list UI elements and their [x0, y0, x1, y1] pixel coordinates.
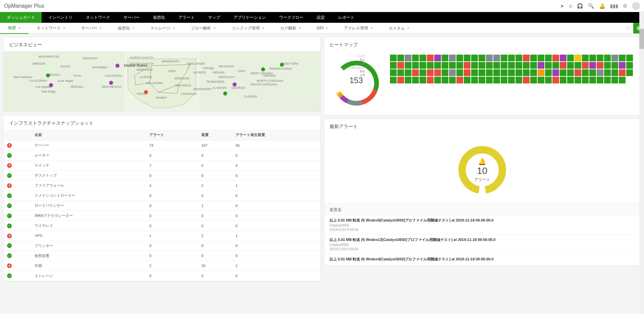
heat-cell[interactable] — [538, 77, 544, 83]
heat-cell[interactable] — [501, 69, 507, 76]
page-scrollbar[interactable] — [639, 12, 644, 285]
heat-cell[interactable] — [589, 62, 596, 69]
heat-cell[interactable] — [523, 77, 530, 83]
heat-cell[interactable] — [589, 55, 596, 61]
nav-primary-item[interactable]: 仮想化 — [146, 12, 172, 23]
table-row[interactable]: ✓ 仮想装置0 00 — [4, 251, 320, 261]
heat-cell[interactable] — [515, 69, 522, 76]
heat-cell[interactable] — [464, 69, 470, 76]
heat-cell[interactable] — [501, 55, 507, 61]
table-row[interactable]: ✕ ファイアウォール4 21 — [4, 181, 320, 191]
heat-cell[interactable] — [479, 77, 485, 83]
heat-cell[interactable] — [449, 69, 456, 76]
heat-cell[interactable] — [412, 69, 419, 76]
heat-cell[interactable] — [464, 55, 470, 61]
rocket-icon[interactable]: ➤ — [560, 3, 564, 9]
heat-cell[interactable] — [397, 62, 404, 69]
nav-secondary-tab[interactable]: 概要▾ — [0, 22, 29, 34]
heat-cell[interactable] — [619, 62, 626, 69]
heat-cell[interactable] — [567, 77, 574, 83]
heat-cell[interactable] — [412, 77, 419, 83]
battery-icon[interactable]: ▮▮▮ — [610, 3, 618, 9]
heat-cell[interactable] — [575, 69, 581, 76]
heat-cell[interactable] — [538, 55, 544, 61]
heat-cell[interactable] — [390, 62, 397, 69]
heat-cell[interactable] — [390, 55, 397, 61]
heat-cell[interactable] — [471, 69, 478, 76]
heat-cell[interactable] — [597, 55, 603, 61]
heat-cell[interactable] — [589, 77, 596, 83]
heat-cell[interactable] — [611, 77, 618, 83]
map-node[interactable] — [115, 64, 119, 68]
heat-cell[interactable] — [442, 55, 448, 61]
heat-cell[interactable] — [397, 77, 404, 83]
heat-cell[interactable] — [464, 77, 470, 83]
heat-cell[interactable] — [419, 69, 426, 76]
heat-cell[interactable] — [456, 55, 463, 61]
heat-cell[interactable] — [508, 77, 515, 83]
heat-cell[interactable] — [412, 62, 419, 69]
heat-cell[interactable] — [597, 69, 603, 76]
table-row[interactable]: ✓ ストレージ0 00 — [4, 271, 320, 281]
heat-cell[interactable] — [486, 69, 493, 76]
heat-cell[interactable] — [589, 69, 596, 76]
heat-cell[interactable] — [575, 77, 581, 83]
heat-cell[interactable] — [493, 77, 500, 83]
nav-primary-item[interactable]: サーバー — [117, 12, 146, 23]
heat-cell[interactable] — [604, 62, 611, 69]
heat-cell[interactable] — [449, 77, 456, 83]
table-row[interactable]: ✕ 不明2 262 — [4, 261, 320, 271]
heat-cell[interactable] — [604, 69, 611, 76]
map-node[interactable] — [109, 81, 113, 85]
nav-secondary-tab[interactable]: フロー解析▾ — [183, 23, 224, 34]
heat-cell[interactable] — [493, 62, 500, 69]
business-map[interactable]: WASHINGTONMONTANAOREGONIDAHOWYOMINGNEVAD… — [4, 51, 320, 112]
heat-cell[interactable] — [552, 69, 559, 76]
map-node[interactable] — [261, 67, 265, 71]
heat-cell[interactable] — [405, 69, 411, 76]
heat-cell[interactable] — [486, 77, 493, 83]
table-row[interactable]: ✓ ルーター0 00 — [4, 150, 320, 161]
heat-cell[interactable] — [545, 62, 552, 69]
nav-primary-item[interactable]: 設定 — [310, 12, 332, 23]
nav-secondary-tab[interactable]: ログ解析▾ — [272, 23, 309, 34]
heat-cell[interactable] — [442, 69, 448, 76]
heat-cell[interactable] — [427, 69, 434, 76]
table-row[interactable]: ✕ サーバー73 10740 — [4, 140, 320, 150]
table-row[interactable]: ✕ UPS1 21 — [4, 231, 320, 241]
heat-cell[interactable] — [582, 55, 589, 61]
alarm-item[interactable]: 以上 0.01 MB 転送 内 IfIndex13[Catalyst3650]プ… — [324, 234, 641, 254]
heat-cell[interactable] — [597, 62, 603, 69]
table-row[interactable]: ✓ ワイヤレス0 00 — [4, 221, 320, 231]
heat-cell[interactable] — [479, 62, 485, 69]
heat-cell[interactable] — [530, 69, 537, 76]
heat-cell[interactable] — [508, 55, 515, 61]
heat-cell[interactable] — [405, 77, 411, 83]
heat-cell[interactable] — [419, 62, 426, 69]
heat-cell[interactable] — [626, 69, 633, 76]
heat-cell[interactable] — [486, 62, 493, 69]
nav-secondary-tab[interactable]: 仮想化▾ — [110, 23, 142, 34]
heat-cell[interactable] — [611, 55, 618, 61]
table-row[interactable]: ✓ プリンター0 00 — [4, 241, 320, 251]
map-node[interactable] — [280, 63, 284, 67]
nav-primary-item[interactable]: ワークフロー — [273, 12, 310, 23]
heat-cell[interactable] — [449, 62, 456, 69]
heat-cell[interactable] — [471, 77, 478, 83]
nav-primary-item[interactable]: マップ — [201, 12, 227, 23]
heat-cell[interactable] — [442, 62, 448, 69]
alarm-item[interactable]: 以上 0.01 MB 転送 内 IfIndex4[Catalyst3650]プロ… — [324, 254, 641, 265]
heat-cell[interactable] — [501, 77, 507, 83]
map-node[interactable] — [49, 83, 53, 87]
heat-cell[interactable] — [530, 55, 537, 61]
heat-cell[interactable] — [530, 62, 537, 69]
heat-cell[interactable] — [604, 55, 611, 61]
scrollbar-thumb[interactable] — [639, 29, 644, 49]
table-header[interactable]: 装置 — [198, 130, 232, 140]
map-node[interactable] — [144, 90, 148, 94]
table-header[interactable]: アラート — [146, 130, 198, 140]
heat-cell[interactable] — [611, 69, 618, 76]
heat-cell[interactable] — [456, 69, 463, 76]
table-header[interactable] — [4, 130, 31, 140]
heat-cell[interactable] — [493, 69, 500, 76]
